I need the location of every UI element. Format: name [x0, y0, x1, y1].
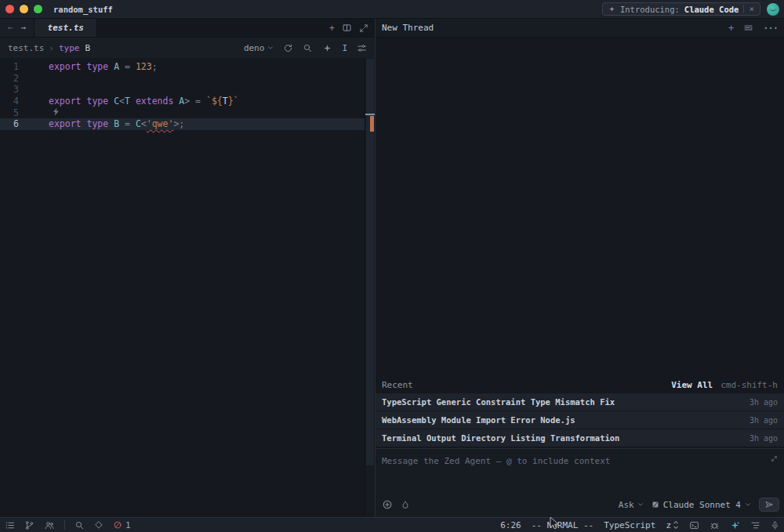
recent-thread-row[interactable]: Terminal Output Directory Listing Transf…	[376, 429, 784, 447]
project-title: random_stuff	[53, 5, 113, 14]
breadcrumb-symbol-name[interactable]: B	[85, 43, 90, 53]
recent-thread-time: 3h ago	[750, 416, 778, 425]
language-selector[interactable]: TypeScript	[604, 520, 655, 530]
status-divider	[64, 520, 65, 530]
git-branch-icon[interactable]	[24, 520, 34, 530]
tab-test-ts[interactable]: test.ts	[34, 19, 97, 37]
code-line[interactable]: 3	[0, 84, 365, 96]
refresh-icon[interactable]	[283, 43, 293, 53]
zed-window: random_stuff Introducing: Claude Code × …	[0, 0, 784, 532]
tab-label: test.ts	[48, 23, 84, 33]
banner-prefix: Introducing:	[620, 5, 680, 14]
line-number[interactable]: 2	[0, 73, 36, 85]
line-number[interactable]: 4	[0, 96, 36, 107]
recent-thread-time: 3h ago	[750, 434, 778, 443]
cursor-marker	[365, 114, 375, 115]
message-composer[interactable]: Message the Zed Agent — @ to include con…	[376, 448, 784, 517]
search-icon[interactable]	[303, 43, 313, 53]
diagnostics-indicator[interactable]: 1	[113, 520, 131, 530]
terminal-icon[interactable]	[689, 520, 699, 530]
line-content: export type C<T extends A> = `${T}`	[36, 96, 239, 107]
breadcrumb-symbol-keyword[interactable]: type	[59, 43, 80, 53]
error-marker	[370, 116, 374, 132]
recent-thread-time: 3h ago	[750, 398, 778, 407]
nav-forward-button[interactable]: →	[21, 23, 27, 33]
zoom-window-button[interactable]	[34, 5, 42, 13]
debug-icon[interactable]	[710, 520, 720, 530]
line-content	[36, 84, 49, 96]
breadcrumb: test.ts › type B deno	[0, 38, 375, 58]
minimize-window-button[interactable]	[20, 5, 28, 13]
thread-title: New Thread	[382, 23, 434, 33]
code-line[interactable]: 6export type B = C<'qwe'>;	[0, 118, 365, 130]
recent-thread-title: TypeScript Generic Constraint Type Misma…	[382, 397, 615, 407]
line-number[interactable]: 6	[0, 118, 36, 130]
mic-icon[interactable]	[771, 520, 779, 530]
mode-label: Ask	[619, 500, 634, 510]
recent-thread-row[interactable]: TypeScript Generic Constraint Type Misma…	[376, 393, 784, 411]
breadcrumb-separator: ›	[49, 43, 54, 53]
cursor-position[interactable]: 6:26	[500, 520, 521, 530]
agent-panel-header: New Thread + ···	[376, 19, 784, 38]
close-window-button[interactable]	[5, 5, 14, 13]
new-tab-button[interactable]: +	[329, 24, 335, 33]
model-selector[interactable]: Claude Sonnet 4	[652, 500, 751, 510]
breadcrumb-file[interactable]: test.ts	[8, 43, 44, 53]
line-content	[36, 73, 49, 85]
agent-panel: New Thread + ··· Recent View All cmd-shi…	[376, 19, 784, 517]
outline-icon[interactable]	[750, 520, 760, 530]
more-menu-button[interactable]: ···	[763, 24, 778, 33]
recent-label: Recent	[382, 380, 413, 390]
composer-placeholder[interactable]: Message the Zed Agent — @ to include con…	[382, 456, 610, 466]
selection-mode-icon[interactable]: I	[342, 43, 347, 53]
code-line[interactable]: 4export type C<T extends A> = `${T}`	[0, 96, 365, 107]
new-thread-button[interactable]: +	[728, 24, 734, 33]
mode-selector[interactable]: Ask	[619, 500, 644, 510]
view-all-button[interactable]: View All	[671, 380, 713, 390]
split-pane-icon[interactable]	[342, 23, 352, 33]
collab-icon[interactable]	[44, 520, 55, 530]
code-line[interactable]: 2	[0, 73, 365, 85]
maximize-pane-icon[interactable]	[359, 24, 368, 33]
code-line[interactable]: 1export type A = 123;	[0, 61, 365, 73]
search-icon[interactable]	[74, 520, 85, 530]
deno-label: deno	[244, 43, 265, 53]
chevron-down-icon	[267, 45, 274, 51]
burn-mode-icon[interactable]	[401, 500, 410, 510]
anthropic-logo-icon	[652, 501, 659, 508]
tasks-icon[interactable]	[94, 520, 103, 530]
model-label: Claude Sonnet 4	[663, 500, 741, 510]
banner-divider	[743, 5, 744, 13]
code-action-lightning-icon[interactable]	[53, 107, 60, 116]
edit-prediction-glyph: z	[666, 520, 671, 530]
recent-thread-row[interactable]: WebAssembly Module Import Error Node.js3…	[376, 411, 784, 429]
add-context-icon[interactable]	[382, 499, 393, 510]
mouse-cursor	[550, 516, 560, 530]
code-editor[interactable]: 1export type A = 123;234export type C<T …	[0, 58, 375, 517]
up-down-arrows-icon	[673, 520, 679, 530]
thread-empty-area	[376, 38, 784, 377]
line-number[interactable]: 5	[0, 107, 36, 119]
edit-prediction-indicator[interactable]: z	[666, 520, 679, 530]
banner-star-icon	[608, 5, 615, 13]
view-all-shortcut: cmd-shift-h	[720, 380, 778, 390]
inline-assist-icon[interactable]	[322, 43, 332, 53]
editor-controls-icon[interactable]	[357, 43, 367, 53]
banner-close-button[interactable]: ×	[749, 4, 754, 14]
chevron-down-icon	[637, 501, 644, 508]
claude-code-banner[interactable]: Introducing: Claude Code ×	[602, 2, 760, 16]
deno-dropdown[interactable]: deno	[244, 43, 274, 53]
line-number[interactable]: 3	[0, 84, 36, 96]
line-content: export type A = 123;	[36, 61, 158, 73]
nav-back-button[interactable]: ←	[8, 23, 13, 33]
editor-scrollbar[interactable]	[365, 58, 375, 517]
send-button[interactable]	[759, 498, 779, 512]
history-icon[interactable]	[743, 23, 753, 33]
user-avatar[interactable]	[767, 3, 779, 16]
traffic-lights	[0, 5, 42, 13]
project-panel-icon[interactable]	[5, 520, 15, 530]
assistant-sparkle-icon[interactable]	[730, 520, 740, 530]
error-count: 1	[125, 520, 131, 530]
line-number[interactable]: 1	[0, 61, 36, 73]
expand-composer-icon[interactable]	[770, 454, 779, 463]
